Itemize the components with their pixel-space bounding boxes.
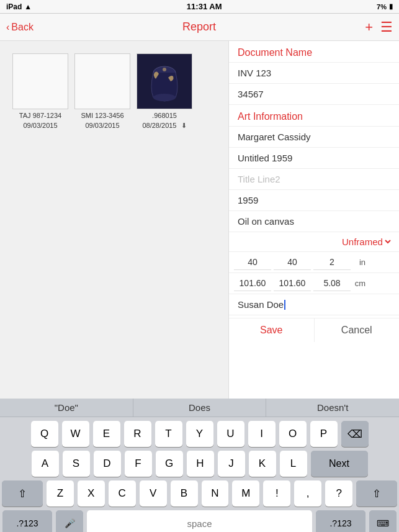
key-b[interactable]: B: [171, 480, 198, 507]
mic-key[interactable]: 🎤: [56, 510, 83, 532]
artist-name-field[interactable]: Margaret Cassidy: [229, 127, 399, 148]
autocomplete-does[interactable]: Does: [133, 399, 267, 417]
dim1-height[interactable]: [234, 255, 271, 270]
battery-icon: ▮: [389, 2, 393, 11]
thumbnail-box-3: [137, 53, 192, 109]
key-r[interactable]: R: [124, 421, 151, 447]
key-comma[interactable]: ,: [294, 480, 321, 507]
key-question[interactable]: ?: [325, 480, 352, 507]
wifi-icon: ▲: [24, 2, 32, 11]
numbers-key-2[interactable]: .?123: [316, 510, 365, 532]
battery-label: 7%: [377, 3, 387, 11]
key-l[interactable]: L: [280, 451, 307, 477]
autocomplete-doe[interactable]: "Doe": [0, 399, 133, 417]
key-h[interactable]: H: [187, 451, 214, 477]
key-z[interactable]: Z: [47, 480, 74, 507]
dimensions-row-1: in: [229, 252, 399, 273]
keyboard-keys: Q W E R T Y U I O P ⌫ A S D F G H J K L …: [0, 417, 399, 510]
autocomplete-doesnt[interactable]: Doesn't: [266, 399, 399, 417]
key-s[interactable]: S: [63, 451, 90, 477]
nav-actions: + ☰: [365, 19, 393, 35]
key-d[interactable]: D: [94, 451, 121, 477]
dim2-depth[interactable]: [313, 276, 351, 291]
key-j[interactable]: J: [218, 451, 245, 477]
status-time: 11:31 AM: [187, 2, 222, 11]
space-bar[interactable]: [87, 510, 312, 532]
dim2-height[interactable]: [234, 276, 271, 291]
key-u[interactable]: U: [217, 421, 244, 447]
shift-key[interactable]: ⇧: [2, 480, 43, 507]
thumbnail-item-2[interactable]: SMI 123-3456 09/03/2015: [74, 53, 130, 130]
contact-name-field[interactable]: Susan Doe: [229, 294, 399, 315]
key-row-3: ⇧ Z X C V B N M ! , ? ⇧: [2, 480, 397, 507]
framing-row: Unframed Framed: [229, 232, 399, 252]
thumbnail-date-1: 09/03/2015: [23, 122, 57, 129]
numbers-key[interactable]: .?123: [2, 510, 52, 532]
medium-field[interactable]: Oil on canvas: [229, 211, 399, 232]
keyboard-hide-key[interactable]: ⌨: [369, 510, 397, 532]
download-arrow-icon: ⬇: [181, 122, 187, 129]
document-name-header: Document Name: [229, 41, 399, 63]
status-right: 7% ▮: [377, 2, 393, 11]
key-k[interactable]: K: [249, 451, 276, 477]
key-row-2: A S D F G H J K L Next: [2, 451, 397, 477]
title-line2-field[interactable]: Title Line2: [229, 169, 399, 190]
back-button[interactable]: ‹ Back: [6, 22, 34, 33]
key-w[interactable]: W: [62, 421, 89, 447]
key-o[interactable]: O: [279, 421, 307, 447]
add-button[interactable]: +: [365, 19, 373, 35]
thumbnail-area: TAJ 987-1234 09/03/2015 SMI 123-3456 09/…: [0, 41, 228, 399]
key-a[interactable]: A: [32, 451, 59, 477]
dim1-width[interactable]: [274, 255, 311, 270]
dim2-width[interactable]: [274, 276, 311, 291]
save-cancel-row: Save Cancel: [229, 318, 399, 342]
key-f[interactable]: F: [125, 451, 152, 477]
key-v[interactable]: V: [140, 480, 167, 507]
thumbnail-box-1: [12, 53, 68, 109]
key-n[interactable]: N: [202, 480, 229, 507]
dim1-depth[interactable]: [313, 255, 351, 270]
doc-number-field[interactable]: 34567: [229, 84, 399, 105]
inv-number-field[interactable]: INV 123: [229, 63, 399, 84]
key-q[interactable]: Q: [31, 421, 58, 447]
text-cursor: [284, 300, 285, 310]
title-line1-field[interactable]: Untitled 1959: [229, 148, 399, 169]
status-bar: iPad ▲ 11:31 AM 7% ▮: [0, 0, 399, 14]
key-row-1: Q W E R T Y U I O P ⌫: [2, 421, 397, 447]
year-field[interactable]: 1959: [229, 190, 399, 211]
key-exclamation[interactable]: !: [263, 480, 290, 507]
key-t[interactable]: T: [155, 421, 182, 447]
dim1-unit: in: [353, 258, 365, 267]
cancel-button[interactable]: Cancel: [315, 318, 400, 342]
contact-name-text: Susan Doe: [238, 299, 284, 310]
thumbnail-box-2: [74, 53, 130, 109]
menu-button[interactable]: ☰: [380, 19, 393, 35]
key-p[interactable]: P: [310, 421, 338, 447]
key-g[interactable]: G: [156, 451, 183, 477]
backspace-key[interactable]: ⌫: [341, 421, 369, 447]
nav-title: Report: [182, 20, 216, 34]
thumbnail-item-1[interactable]: TAJ 987-1234 09/03/2015: [12, 53, 68, 130]
thumbnail-item-3[interactable]: .968015 08/28/2015 ⬇: [137, 53, 192, 130]
bottom-bar: .?123 🎤 .?123 ⌨: [0, 510, 399, 532]
key-y[interactable]: Y: [186, 421, 213, 447]
keyboard-area: "Doe" Does Doesn't Q W E R T Y U I O P ⌫…: [0, 399, 399, 532]
key-e[interactable]: E: [93, 421, 120, 447]
key-i[interactable]: I: [248, 421, 276, 447]
nav-bar: ‹ Back Report + ☰: [0, 14, 399, 41]
shift-right-key[interactable]: ⇧: [356, 480, 397, 507]
back-chevron-icon: ‹: [6, 22, 9, 33]
key-m[interactable]: M: [232, 480, 259, 507]
status-left: iPad ▲: [6, 2, 32, 11]
save-button[interactable]: Save: [229, 318, 315, 342]
key-x[interactable]: X: [78, 480, 105, 507]
main-content: TAJ 987-1234 09/03/2015 SMI 123-3456 09/…: [0, 41, 399, 399]
thumbnail-date-3: 08/28/2015 ⬇: [142, 122, 186, 130]
right-panel: Document Name INV 123 34567 Art Informat…: [228, 41, 399, 399]
thumbnail-label-1: TAJ 987-1234: [19, 112, 61, 119]
key-c[interactable]: C: [109, 480, 136, 507]
next-key[interactable]: Next: [311, 451, 368, 477]
framing-select[interactable]: Unframed Framed: [339, 236, 393, 248]
svg-point-2: [153, 94, 176, 101]
back-label: Back: [11, 22, 34, 33]
